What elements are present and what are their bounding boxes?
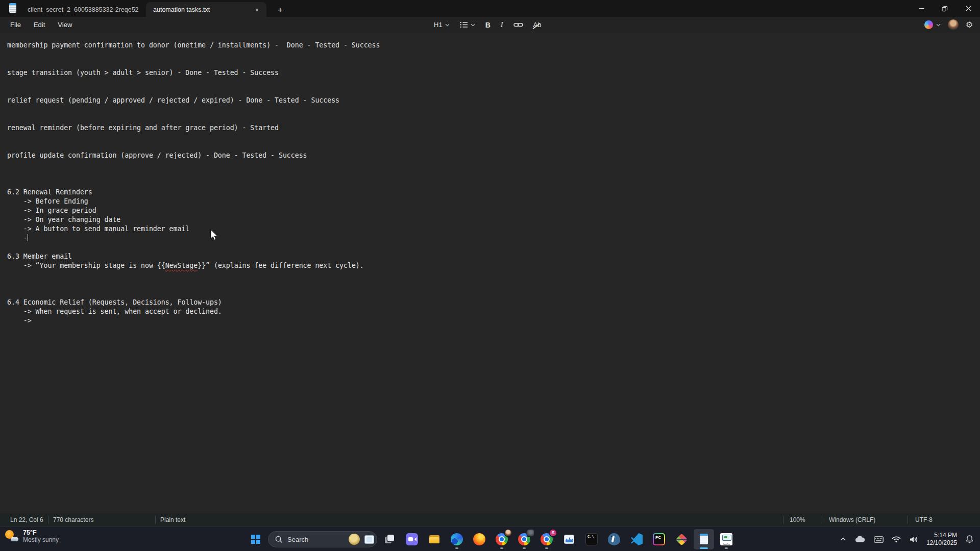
wifi-icon[interactable] [889, 529, 904, 549]
close-button[interactable] [957, 0, 980, 17]
tab-automation-tasks[interactable]: automation tasks.txt [146, 2, 266, 17]
taskbar: 75°F Mostly sunny SearchSTaskPro [0, 527, 980, 551]
line-endings[interactable]: Windows (CRLF) [821, 516, 908, 524]
profile-badge: S [550, 530, 556, 536]
system-tray: 5:14 PM 12/10/2025 [837, 527, 977, 551]
window-controls [910, 0, 980, 17]
editor-line [7, 78, 980, 87]
taskpro-label: TaskPro [722, 543, 731, 545]
taskbar-start-icon[interactable] [246, 529, 266, 549]
running-indicator [725, 547, 728, 549]
volume-icon[interactable] [906, 529, 921, 549]
search-icon [275, 536, 283, 543]
editor-line: -> “Your membership stage is now {{NewSt… [7, 261, 980, 270]
account-avatar[interactable] [948, 19, 959, 30]
statusbar: Ln 22, Col 6 770 characters Plain text 1… [0, 513, 980, 527]
list-icon [460, 21, 468, 28]
taskbar-file-explorer-icon[interactable] [424, 529, 445, 549]
taskbar-design-tool-icon[interactable] [671, 529, 692, 549]
running-indicator [455, 547, 458, 549]
taskbar-search-input[interactable]: Search [268, 531, 377, 547]
search-label: Search [287, 536, 308, 543]
heading-label: H1 [434, 21, 443, 29]
minimize-button[interactable] [910, 0, 933, 17]
restore-button[interactable] [933, 0, 957, 17]
terminal-glyph [585, 533, 598, 545]
new-tab-button[interactable]: + [274, 4, 287, 17]
profile-badge [527, 530, 534, 536]
taskbar-terminal-icon[interactable] [581, 529, 602, 549]
taskbar-firefox-icon[interactable] [469, 529, 489, 549]
video-call-glyph [406, 533, 418, 545]
cursor-position: Ln 22, Col 6 [0, 516, 48, 524]
formatting-toolbar: H1 B I Ab [430, 17, 545, 33]
settings-gear-icon[interactable]: ⚙ [966, 21, 973, 29]
onedrive-cloud-icon[interactable] [851, 529, 869, 549]
menu-edit[interactable]: Edit [28, 18, 51, 31]
editor-line: membership payment confirmation to donor… [7, 41, 980, 50]
tab-client-secret[interactable]: client_secret_2_60053885332-2reqe52rribe [20, 2, 146, 17]
editor-line [7, 114, 980, 123]
clock-widget[interactable]: 5:14 PM 12/10/2025 [923, 529, 960, 549]
start-glyph [251, 535, 260, 544]
taskbar-task-manager-icon[interactable] [559, 529, 579, 549]
clear-formatting-button[interactable]: Ab [530, 19, 545, 31]
tray-chevron-up-icon[interactable] [837, 529, 849, 549]
taskbar-vscode-icon[interactable] [626, 529, 647, 549]
menu-file[interactable]: File [5, 18, 27, 31]
taskbar-chrome-profile-2-icon[interactable] [514, 529, 534, 549]
firefox-glyph [473, 533, 485, 545]
taskbar-edge-icon[interactable] [447, 529, 467, 549]
editor-line: - [7, 234, 980, 243]
toolbar-right: ⚙ [924, 17, 973, 33]
editor-line [7, 87, 980, 96]
text-editor-area[interactable]: membership payment confirmation to donor… [0, 33, 980, 513]
editor-line [7, 169, 980, 179]
editor-line [7, 179, 980, 188]
editor-line [7, 142, 980, 151]
italic-button[interactable]: I [497, 18, 507, 31]
search-highlight-thumb [364, 535, 374, 544]
taskbar-video-call-icon[interactable] [402, 529, 422, 549]
zoom-level[interactable]: 100% [783, 516, 821, 524]
link-button[interactable] [510, 19, 527, 31]
taskpro-glyph: TaskPro [720, 533, 732, 545]
titlebar: client_secret_2_60053885332-2reqe52rribe… [0, 0, 980, 17]
encoding[interactable]: UTF-8 [908, 516, 980, 524]
misspelled-word: NewStage [165, 262, 198, 269]
editor-line: -> On year changing date [7, 215, 980, 224]
taskbar-taskpro-icon[interactable]: TaskPro [716, 529, 737, 549]
tray-date: 12/10/2025 [926, 539, 957, 547]
weather-widget[interactable]: 75°F Mostly sunny [4, 529, 59, 543]
chevron-down-icon [445, 23, 450, 27]
bold-button[interactable]: B [482, 19, 494, 31]
list-dropdown[interactable] [456, 19, 479, 30]
taskbar-notepad-icon[interactable] [694, 529, 714, 549]
editor-line: 6.3 Member email [7, 252, 980, 261]
editor-line: renewal reminder (before expiring and af… [7, 123, 980, 133]
touch-keyboard-icon[interactable] [871, 529, 887, 549]
restore-icon [942, 6, 948, 12]
editor-line [7, 243, 980, 252]
copilot-button[interactable] [924, 20, 941, 29]
close-icon [966, 6, 971, 11]
task-view-glyph [383, 533, 396, 545]
notepad-glyph [700, 534, 708, 544]
taskbar-postgresql-icon[interactable] [604, 529, 624, 549]
copilot-icon [924, 20, 933, 29]
notepad-window: client_secret_2_60053885332-2reqe52rribe… [0, 0, 980, 551]
running-indicator [523, 547, 526, 549]
notification-bell-icon[interactable] [962, 529, 977, 549]
link-icon [513, 21, 523, 29]
taskbar-pycharm-icon[interactable] [649, 529, 669, 549]
editor-line: -> In grace period [7, 206, 980, 215]
taskbar-chrome-profile-3-icon[interactable]: S [536, 529, 557, 549]
design-tool-glyph [675, 533, 688, 545]
editor-line [7, 270, 980, 280]
menu-view[interactable]: View [52, 18, 78, 31]
taskbar-chrome-profile-1-icon[interactable] [492, 529, 512, 549]
taskbar-task-view-icon[interactable] [379, 529, 400, 549]
notepad-app-icon [9, 4, 16, 13]
heading-dropdown[interactable]: H1 [430, 19, 453, 31]
chevron-down-icon [471, 23, 475, 27]
